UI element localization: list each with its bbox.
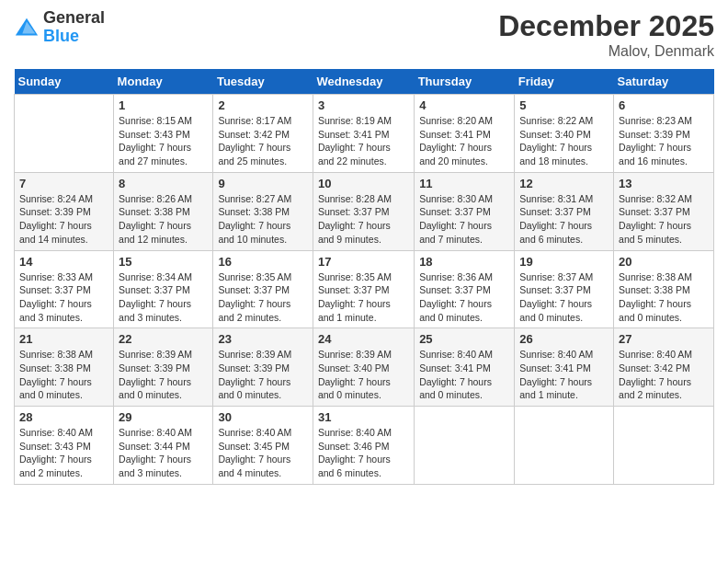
day-number: 27: [619, 332, 709, 346]
cell-content: Sunrise: 8:39 AM Sunset: 3:39 PM Dayligh…: [218, 348, 308, 402]
calendar-cell: 11Sunrise: 8:30 AM Sunset: 3:37 PM Dayli…: [415, 172, 515, 250]
calendar-cell: 13Sunrise: 8:32 AM Sunset: 3:37 PM Dayli…: [614, 172, 714, 250]
cell-content: Sunrise: 8:32 AM Sunset: 3:37 PM Dayligh…: [619, 192, 709, 247]
calendar-cell: 29Sunrise: 8:40 AM Sunset: 3:44 PM Dayli…: [114, 407, 213, 485]
cell-content: Sunrise: 8:40 AM Sunset: 3:45 PM Dayligh…: [218, 426, 308, 480]
calendar-cell: 10Sunrise: 8:28 AM Sunset: 3:37 PM Dayli…: [313, 172, 414, 250]
day-number: 10: [318, 177, 409, 190]
calendar-cell: 9Sunrise: 8:27 AM Sunset: 3:38 PM Daylig…: [213, 172, 313, 250]
calendar-cell: 8Sunrise: 8:26 AM Sunset: 3:38 PM Daylig…: [114, 172, 213, 250]
cell-content: Sunrise: 8:23 AM Sunset: 3:39 PM Dayligh…: [619, 114, 709, 168]
calendar-cell: 24Sunrise: 8:39 AM Sunset: 3:40 PM Dayli…: [313, 328, 414, 407]
cell-content: Sunrise: 8:39 AM Sunset: 3:40 PM Dayligh…: [318, 348, 409, 402]
day-number: 18: [419, 255, 509, 269]
header-tuesday: Tuesday: [213, 69, 313, 95]
cell-content: Sunrise: 8:38 AM Sunset: 3:38 PM Dayligh…: [19, 348, 108, 402]
week-row-3: 14Sunrise: 8:33 AM Sunset: 3:37 PM Dayli…: [15, 250, 714, 328]
cell-content: Sunrise: 8:40 AM Sunset: 3:42 PM Dayligh…: [619, 348, 709, 402]
cell-content: Sunrise: 8:39 AM Sunset: 3:39 PM Dayligh…: [119, 348, 208, 402]
cell-content: Sunrise: 8:30 AM Sunset: 3:37 PM Dayligh…: [419, 192, 509, 247]
day-number: 31: [318, 410, 409, 424]
day-number: 23: [218, 332, 308, 346]
day-number: 14: [19, 255, 108, 269]
week-row-2: 7Sunrise: 8:24 AM Sunset: 3:39 PM Daylig…: [15, 172, 714, 250]
day-number: 16: [218, 255, 308, 269]
header-saturday: Saturday: [614, 69, 714, 95]
logo-icon: [14, 15, 40, 40]
cell-content: Sunrise: 8:19 AM Sunset: 3:41 PM Dayligh…: [318, 114, 409, 168]
page-header: General Blue December 2025 Malov, Denmar…: [14, 9, 714, 60]
cell-content: Sunrise: 8:36 AM Sunset: 3:37 PM Dayligh…: [419, 270, 509, 325]
week-row-1: 1Sunrise: 8:15 AM Sunset: 3:43 PM Daylig…: [15, 95, 714, 173]
cell-content: Sunrise: 8:33 AM Sunset: 3:37 PM Dayligh…: [19, 270, 108, 325]
cell-content: Sunrise: 8:40 AM Sunset: 3:41 PM Dayligh…: [519, 348, 609, 402]
calendar-cell: 31Sunrise: 8:40 AM Sunset: 3:46 PM Dayli…: [313, 407, 414, 485]
day-number: 25: [419, 332, 509, 346]
cell-content: Sunrise: 8:35 AM Sunset: 3:37 PM Dayligh…: [318, 270, 409, 325]
day-number: 5: [519, 98, 609, 112]
calendar-cell: [614, 407, 714, 485]
cell-content: Sunrise: 8:35 AM Sunset: 3:37 PM Dayligh…: [218, 270, 308, 325]
cell-content: Sunrise: 8:27 AM Sunset: 3:38 PM Dayligh…: [218, 192, 308, 247]
cell-content: Sunrise: 8:24 AM Sunset: 3:39 PM Dayligh…: [19, 192, 108, 247]
day-number: 1: [119, 98, 208, 112]
day-number: 7: [19, 177, 108, 190]
calendar-table: SundayMondayTuesdayWednesdayThursdayFrid…: [14, 69, 714, 485]
header-wednesday: Wednesday: [313, 69, 414, 95]
cell-content: Sunrise: 8:38 AM Sunset: 3:38 PM Dayligh…: [619, 270, 709, 325]
cell-content: Sunrise: 8:15 AM Sunset: 3:43 PM Dayligh…: [119, 114, 208, 168]
calendar-cell: 3Sunrise: 8:19 AM Sunset: 3:41 PM Daylig…: [313, 95, 414, 173]
cell-content: Sunrise: 8:26 AM Sunset: 3:38 PM Dayligh…: [119, 192, 208, 247]
header-sunday: Sunday: [15, 69, 114, 95]
calendar-cell: 4Sunrise: 8:20 AM Sunset: 3:41 PM Daylig…: [415, 95, 515, 173]
calendar-header-row: SundayMondayTuesdayWednesdayThursdayFrid…: [15, 69, 714, 95]
logo: General Blue: [14, 9, 105, 46]
calendar-cell: 19Sunrise: 8:37 AM Sunset: 3:37 PM Dayli…: [515, 250, 614, 328]
day-number: 4: [419, 98, 509, 112]
day-number: 2: [218, 98, 308, 112]
day-number: 20: [619, 255, 709, 269]
header-monday: Monday: [114, 69, 213, 95]
day-number: 28: [19, 410, 108, 424]
cell-content: Sunrise: 8:17 AM Sunset: 3:42 PM Dayligh…: [218, 114, 308, 168]
cell-content: Sunrise: 8:40 AM Sunset: 3:46 PM Dayligh…: [318, 426, 409, 480]
day-number: 24: [318, 332, 409, 346]
day-number: 6: [619, 98, 709, 112]
calendar-cell: 1Sunrise: 8:15 AM Sunset: 3:43 PM Daylig…: [114, 95, 213, 173]
day-number: 13: [619, 177, 709, 190]
day-number: 22: [119, 332, 208, 346]
day-number: 29: [119, 410, 208, 424]
calendar-cell: 23Sunrise: 8:39 AM Sunset: 3:39 PM Dayli…: [213, 328, 313, 407]
header-friday: Friday: [515, 69, 614, 95]
calendar-cell: 17Sunrise: 8:35 AM Sunset: 3:37 PM Dayli…: [313, 250, 414, 328]
calendar-cell: 26Sunrise: 8:40 AM Sunset: 3:41 PM Dayli…: [515, 328, 614, 407]
day-number: 26: [519, 332, 609, 346]
cell-content: Sunrise: 8:40 AM Sunset: 3:41 PM Dayligh…: [419, 348, 509, 402]
day-number: 12: [519, 177, 609, 190]
title-block: December 2025 Malov, Denmark: [498, 9, 714, 60]
calendar-cell: 14Sunrise: 8:33 AM Sunset: 3:37 PM Dayli…: [15, 250, 114, 328]
day-number: 19: [519, 255, 609, 269]
cell-content: Sunrise: 8:37 AM Sunset: 3:37 PM Dayligh…: [519, 270, 609, 325]
calendar-cell: 6Sunrise: 8:23 AM Sunset: 3:39 PM Daylig…: [614, 95, 714, 173]
calendar-cell: 15Sunrise: 8:34 AM Sunset: 3:37 PM Dayli…: [114, 250, 213, 328]
cell-content: Sunrise: 8:20 AM Sunset: 3:41 PM Dayligh…: [419, 114, 509, 168]
day-number: 30: [218, 410, 308, 424]
day-number: 17: [318, 255, 409, 269]
calendar-cell: 5Sunrise: 8:22 AM Sunset: 3:40 PM Daylig…: [515, 95, 614, 173]
calendar-cell: [15, 95, 114, 173]
calendar-cell: 22Sunrise: 8:39 AM Sunset: 3:39 PM Dayli…: [114, 328, 213, 407]
week-row-4: 21Sunrise: 8:38 AM Sunset: 3:38 PM Dayli…: [15, 328, 714, 407]
week-row-5: 28Sunrise: 8:40 AM Sunset: 3:43 PM Dayli…: [15, 407, 714, 485]
calendar-cell: [515, 407, 614, 485]
cell-content: Sunrise: 8:40 AM Sunset: 3:43 PM Dayligh…: [19, 426, 108, 480]
calendar-cell: 2Sunrise: 8:17 AM Sunset: 3:42 PM Daylig…: [213, 95, 313, 173]
calendar-cell: [415, 407, 515, 485]
calendar-cell: 16Sunrise: 8:35 AM Sunset: 3:37 PM Dayli…: [213, 250, 313, 328]
calendar-cell: 18Sunrise: 8:36 AM Sunset: 3:37 PM Dayli…: [415, 250, 515, 328]
calendar-cell: 28Sunrise: 8:40 AM Sunset: 3:43 PM Dayli…: [15, 407, 114, 485]
day-number: 21: [19, 332, 108, 346]
calendar-cell: 20Sunrise: 8:38 AM Sunset: 3:38 PM Dayli…: [614, 250, 714, 328]
calendar-cell: 12Sunrise: 8:31 AM Sunset: 3:37 PM Dayli…: [515, 172, 614, 250]
header-thursday: Thursday: [415, 69, 515, 95]
